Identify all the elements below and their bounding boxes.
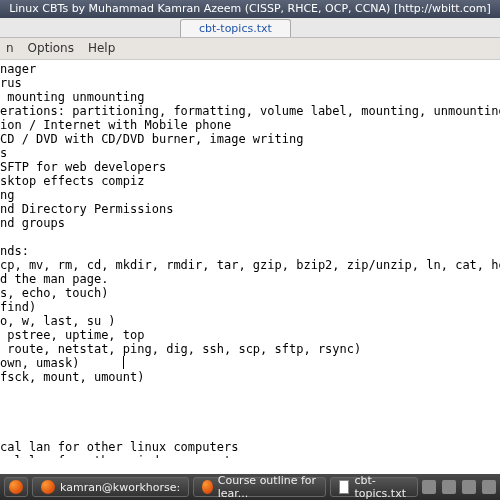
taskbar-label: kamran@kworkhorse: [60, 481, 180, 494]
taskbar-label: Course outline for lear... [218, 474, 317, 500]
text-line: nds: [0, 244, 29, 258]
editor-content[interactable]: nager rus mounting unmounting erations: … [0, 60, 500, 458]
firefox-icon [9, 480, 23, 494]
text-line: pstree, uptime, top [0, 328, 145, 342]
text-line: nager [0, 62, 36, 76]
text-line: ng [0, 188, 14, 202]
text-line: erations: partitioning, formatting, volu… [0, 104, 500, 118]
text-cursor [123, 356, 129, 369]
text-line: own, umask) [0, 356, 123, 370]
text-line: s [0, 146, 7, 160]
text-line: cal lan for other windows computers [0, 454, 253, 458]
tab-label: cbt-topics.txt [199, 22, 272, 35]
text-line: d the man page. [0, 272, 108, 286]
text-line: find) [0, 300, 36, 314]
window-titlebar: Linux CBTs by Muhammad Kamran Azeem (CIS… [0, 0, 500, 18]
text-line: s, echo, touch) [0, 286, 108, 300]
text-line: CD / DVD with CD/DVD burner, image writi… [0, 132, 303, 146]
editor-tabbar: cbt-topics.txt [0, 18, 500, 38]
taskbar-browser[interactable]: Course outline for lear... [193, 477, 325, 497]
text-line: route, netstat, ping, dig, ssh, scp, sft… [0, 342, 361, 356]
text-line: cp, mv, rm, cd, mkdir, rmdir, tar, gzip,… [0, 258, 500, 272]
system-tray [422, 480, 496, 494]
tray-icon[interactable] [422, 480, 436, 494]
tray-icon[interactable] [462, 480, 476, 494]
menu-truncated[interactable]: n [6, 41, 14, 56]
text-line: ion / Internet with Mobile phone [0, 118, 231, 132]
firefox-icon [41, 480, 55, 494]
firefox-icon [202, 480, 212, 494]
menu-options[interactable]: Options [28, 41, 74, 56]
text-line: nd Directory Permissions [0, 202, 173, 216]
text-line: SFTP for web developers [0, 160, 166, 174]
taskbar-terminal[interactable]: kamran@kworkhorse: [32, 477, 189, 497]
document-icon [339, 480, 350, 494]
text-line: rus [0, 76, 22, 90]
tray-icon[interactable] [442, 480, 456, 494]
menubar: n Options Help [0, 38, 500, 60]
text-line: nd groups [0, 216, 65, 230]
taskbar-editor[interactable]: cbt-topics.txt [330, 477, 419, 497]
text-line: cal lan for other linux computers [0, 440, 238, 454]
taskbar-firefox-icon[interactable] [4, 477, 28, 497]
tab-cbt-topics[interactable]: cbt-topics.txt [180, 19, 291, 37]
menu-help[interactable]: Help [88, 41, 115, 56]
taskbar-label: cbt-topics.txt [354, 474, 409, 500]
text-line: sktop effects compiz [0, 174, 145, 188]
window-title: Linux CBTs by Muhammad Kamran Azeem (CIS… [9, 2, 491, 15]
taskbar: kamran@kworkhorse: Course outline for le… [0, 474, 500, 500]
text-line: o, w, last, su ) [0, 314, 116, 328]
text-line: fsck, mount, umount) [0, 370, 145, 384]
tray-icon[interactable] [482, 480, 496, 494]
text-line: mounting unmounting [0, 90, 145, 104]
